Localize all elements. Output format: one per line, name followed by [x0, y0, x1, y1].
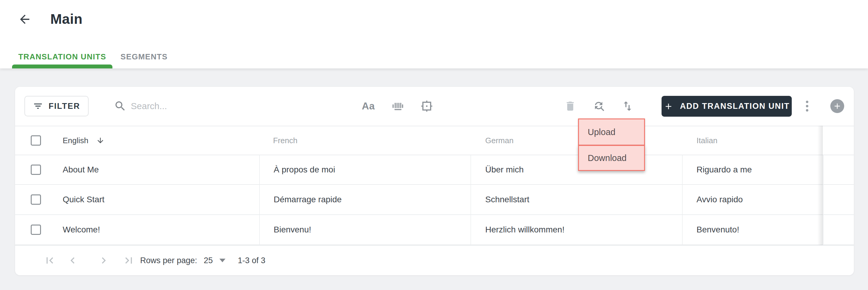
cell-english: Welcome! [15, 215, 259, 244]
tab-label: SEGMENTS [121, 52, 167, 61]
row-checkbox[interactable] [31, 225, 41, 235]
cell-text: Riguardo a me [696, 165, 752, 175]
table-row[interactable]: Quick Start Démarrage rapide Schnellstar… [15, 185, 854, 215]
cell-text: Herzlich willkommen! [485, 225, 564, 235]
cell-french: Démarrage rapide [259, 185, 470, 214]
add-translation-unit-button[interactable]: ADD TRANSLATION UNIT [661, 96, 792, 117]
filter-button-label: FILTER [49, 102, 80, 111]
row-checkbox[interactable] [31, 165, 41, 175]
menu-item-upload[interactable]: Upload [578, 118, 645, 146]
next-page-button[interactable] [97, 254, 111, 267]
kebab-dot [806, 101, 808, 103]
cell-text: Bienvenu! [274, 225, 311, 235]
plus-icon [664, 102, 673, 111]
cell-actions [823, 185, 854, 214]
cell-text: Quick Start [63, 195, 104, 204]
active-tab-indicator [12, 64, 113, 68]
page-range-label: 1-3 of 3 [238, 246, 266, 275]
column-label: German [485, 136, 514, 145]
cell-italian: Avvio rapido [682, 185, 823, 214]
menu-item-label: Download [588, 153, 627, 163]
table-row[interactable]: About Me À propos de moi Über mich Rigua… [15, 155, 854, 185]
filter-button[interactable]: FILTER [24, 96, 89, 116]
tab-translation-units[interactable]: TRANSLATION UNITS [12, 45, 113, 68]
search-icon [114, 100, 127, 112]
trash-icon [564, 100, 576, 112]
cell-italian: Benvenuto! [682, 215, 823, 244]
plus-icon [833, 102, 842, 111]
back-button[interactable] [17, 11, 33, 27]
cell-german: Schnellstart [470, 185, 682, 214]
translation-units-card: FILTER Aa [15, 87, 854, 275]
column-label: English [63, 136, 88, 145]
cell-text: À propos de moi [274, 165, 335, 175]
more-options-button[interactable] [798, 97, 816, 115]
match-case-toggle[interactable]: Aa [359, 97, 377, 115]
add-circle-button[interactable] [830, 99, 844, 113]
last-page-icon [122, 254, 135, 267]
cell-text: Benvenuto! [696, 225, 739, 235]
kebab-dot [806, 105, 808, 107]
select-all-checkbox[interactable] [31, 135, 41, 146]
table-row[interactable]: Welcome! Bienvenu! Herzlich willkommen! … [15, 215, 854, 245]
tab-segments[interactable]: SEGMENTS [120, 45, 168, 68]
rows-per-page-label: Rows per page: [140, 246, 197, 275]
cell-french: À propos de moi [259, 155, 470, 184]
chevron-left-icon [66, 254, 79, 267]
caret-down-icon [219, 259, 225, 262]
cell-text: Démarrage rapide [274, 195, 342, 204]
app-header: Main TRANSLATION UNITS SEGMENTS [0, 0, 868, 68]
cell-actions [823, 155, 854, 184]
arrow-back-icon [18, 12, 32, 26]
filter-icon [33, 101, 43, 111]
column-label: Italian [696, 136, 717, 145]
cell-english: Quick Start [15, 185, 259, 214]
column-header-italian[interactable]: Italian [696, 126, 717, 155]
barcode-toggle[interactable] [389, 97, 407, 115]
cell-german: Über mich [470, 155, 682, 184]
column-label: French [273, 136, 298, 145]
cell-text: Schnellstart [485, 195, 529, 204]
table-header-row: English French German Italian [15, 126, 854, 155]
import-export-button[interactable] [618, 97, 637, 115]
column-header-french[interactable]: French [273, 126, 298, 155]
cell-text: Avvio rapido [696, 195, 743, 204]
cell-text: Über mich [485, 165, 524, 175]
column-header-german[interactable]: German [485, 126, 514, 155]
delete-button[interactable] [561, 97, 579, 115]
cell-actions [823, 215, 854, 244]
menu-item-label: Upload [588, 127, 615, 137]
barcode-icon [392, 100, 404, 112]
rows-per-page-select[interactable]: 25 [199, 246, 225, 275]
page-title: Main [50, 11, 83, 27]
search-input[interactable] [131, 97, 330, 115]
frame-crosshair-icon [420, 99, 433, 113]
cell-text: About Me [63, 165, 99, 175]
table-footer: Rows per page: 25 1-3 of 3 [15, 245, 854, 275]
last-page-button[interactable] [122, 254, 135, 267]
kebab-dot [806, 109, 808, 112]
import-export-icon [621, 100, 634, 112]
table-toolbar: FILTER Aa [15, 87, 854, 126]
cell-german: Herzlich willkommen! [470, 215, 682, 244]
find-replace-button[interactable] [590, 97, 608, 115]
cell-english: About Me [15, 155, 259, 184]
selection-frame-toggle[interactable] [418, 97, 436, 115]
cell-french: Bienvenu! [259, 215, 470, 244]
chevron-right-icon [97, 254, 110, 267]
previous-page-button[interactable] [66, 254, 80, 267]
tab-label: TRANSLATION UNITS [19, 52, 106, 61]
cell-italian: Riguardo a me [682, 155, 823, 184]
add-button-label: ADD TRANSLATION UNIT [680, 102, 789, 111]
menu-item-download[interactable]: Download [578, 145, 645, 171]
sort-desc-icon [96, 136, 104, 145]
first-page-icon [43, 254, 56, 267]
rows-per-page-value: 25 [204, 256, 213, 265]
match-case-icon: Aa [362, 100, 375, 112]
find-replace-icon [593, 100, 606, 112]
cell-text: Welcome! [63, 225, 100, 235]
column-header-english[interactable]: English [63, 126, 104, 155]
row-checkbox[interactable] [31, 195, 41, 205]
first-page-button[interactable] [43, 254, 57, 267]
